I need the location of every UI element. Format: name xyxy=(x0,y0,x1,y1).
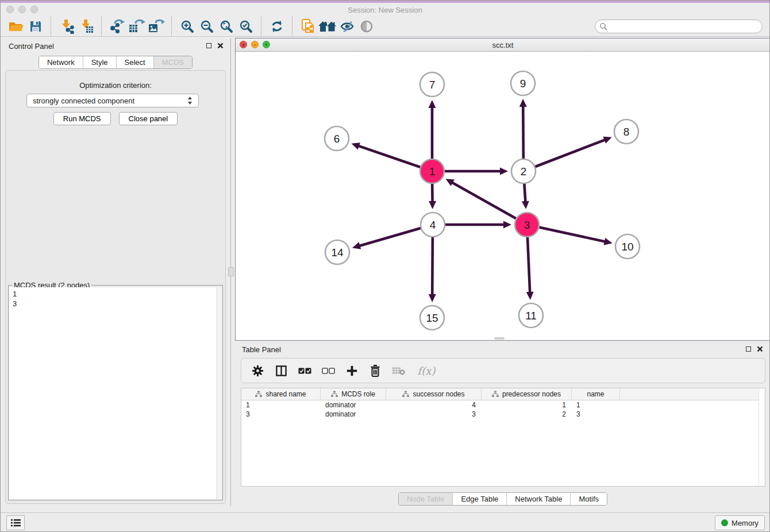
column-header-label: predecessor nodes xyxy=(502,390,561,398)
column-header-predecessor-nodes[interactable]: predecessor nodes xyxy=(482,388,572,400)
table-cell[interactable]: dominator xyxy=(321,410,386,419)
graph-node-label: 7 xyxy=(429,79,436,91)
import-network-button[interactable] xyxy=(57,17,76,36)
toolbar-separator xyxy=(292,17,293,36)
close-panel-icon[interactable] xyxy=(757,346,763,352)
refresh-icon xyxy=(270,20,284,33)
network-view-window: x – + scc.txt 7968124314101511 xyxy=(235,38,770,341)
graph-node-label: 6 xyxy=(334,133,340,145)
hierarchy-icon xyxy=(255,391,262,398)
show-columns-button[interactable] xyxy=(274,364,288,377)
close-panel-icon[interactable] xyxy=(217,43,224,49)
tab-network-table[interactable]: Network Table xyxy=(506,493,570,505)
gear-button[interactable] xyxy=(251,364,264,377)
table-cell[interactable]: 1 xyxy=(482,400,572,410)
table-row[interactable]: 3dominator323 xyxy=(241,410,765,419)
column-header-name[interactable]: name xyxy=(572,388,620,400)
memory-status-icon xyxy=(721,519,728,526)
graph-edge-arrowhead xyxy=(522,201,529,209)
task-history-button[interactable] xyxy=(6,515,25,530)
result-scrollbar[interactable] xyxy=(216,287,222,499)
export-network-button[interactable] xyxy=(107,17,127,36)
main-toolbar xyxy=(1,17,769,37)
mcds-result-line: 3 xyxy=(9,299,222,309)
graph-edge-arrowhead xyxy=(526,292,534,300)
select-all-icon xyxy=(298,367,311,375)
gear-icon xyxy=(252,365,264,377)
table-header-row: shared nameMCDS rolesuccessor nodesprede… xyxy=(241,388,765,400)
export-network-icon xyxy=(109,19,125,34)
search-box xyxy=(595,20,763,33)
column-header-label: MCDS role xyxy=(341,390,375,398)
select-all-button[interactable] xyxy=(298,364,311,377)
add-column-button[interactable] xyxy=(345,364,359,377)
import-table-button[interactable] xyxy=(76,17,96,36)
eye-button[interactable] xyxy=(357,17,376,36)
search-input[interactable] xyxy=(595,20,763,33)
run-mcds-button[interactable]: Run MCDS xyxy=(53,112,111,125)
network-canvas[interactable]: 7968124314101511 xyxy=(236,52,769,340)
table-cell[interactable]: 1 xyxy=(572,400,620,410)
table-cell[interactable]: 3 xyxy=(386,410,482,419)
export-table-button[interactable] xyxy=(127,17,147,36)
hide-panel-button[interactable] xyxy=(337,17,357,36)
home-icon xyxy=(318,20,337,33)
save-session-button[interactable] xyxy=(26,17,45,36)
chevron-up-down-icon xyxy=(187,96,192,105)
table-cell[interactable]: dominator xyxy=(321,400,386,410)
application-window: Session: New Session xyxy=(0,0,770,532)
refresh-button[interactable] xyxy=(267,17,287,36)
toolbar-separator xyxy=(51,17,52,36)
float-panel-icon[interactable] xyxy=(746,346,751,352)
table-cell[interactable]: 3 xyxy=(241,410,321,419)
table-row[interactable]: 1dominator411 xyxy=(241,400,765,410)
tab-mcds[interactable]: MCDS xyxy=(153,56,192,68)
float-panel-icon[interactable] xyxy=(206,43,211,48)
zoom-fit-icon xyxy=(220,20,233,33)
delete-table-icon xyxy=(392,365,406,376)
column-header-MCDS-role[interactable]: MCDS role xyxy=(321,388,386,400)
table-cell[interactable]: 3 xyxy=(572,410,620,419)
open-session-button[interactable] xyxy=(6,17,26,36)
table-toolbar: f(x) xyxy=(241,358,765,383)
tab-edge-table[interactable]: Edge Table xyxy=(452,493,506,505)
window-title: Session: New Session xyxy=(1,6,769,14)
network-window-title: scc.txt xyxy=(236,41,770,49)
deselect-all-button[interactable] xyxy=(321,364,335,377)
tab-motifs[interactable]: Motifs xyxy=(570,493,607,505)
status-bar: Memory xyxy=(1,512,769,531)
tab-network[interactable]: Network xyxy=(39,56,83,68)
tab-style[interactable]: Style xyxy=(83,56,116,68)
home-button[interactable] xyxy=(318,17,337,36)
column-header-successor-nodes[interactable]: successor nodes xyxy=(386,388,482,400)
tab-select[interactable]: Select xyxy=(116,56,153,68)
optimization-criterion-select[interactable]: strongly connected component xyxy=(26,94,199,107)
zoom-in-button[interactable] xyxy=(178,17,197,36)
zoom-selected-button[interactable] xyxy=(236,17,256,36)
close-panel-button[interactable]: Close panel xyxy=(119,112,178,125)
panel-splitter-handle[interactable] xyxy=(228,267,234,276)
table-cell[interactable]: 1 xyxy=(241,400,321,410)
mcds-buttons-row: Run MCDS Close panel xyxy=(6,112,225,125)
duplicate-network-button[interactable] xyxy=(298,17,318,36)
column-header-label: shared name xyxy=(265,390,306,398)
zoom-out-button[interactable] xyxy=(197,17,217,36)
export-table-icon xyxy=(128,19,145,34)
zoom-in-icon xyxy=(180,20,194,33)
table-cell[interactable]: 4 xyxy=(386,400,482,410)
graph-edge-2-8[interactable] xyxy=(523,140,606,171)
export-image-button[interactable] xyxy=(147,17,166,36)
delete-table-button[interactable] xyxy=(392,364,406,377)
delete-column-button[interactable] xyxy=(368,364,382,377)
hierarchy-icon xyxy=(492,391,499,398)
zoom-fit-button[interactable] xyxy=(217,17,236,36)
network-horizontal-scrollbar[interactable] xyxy=(494,337,505,340)
table-scrollbar[interactable] xyxy=(759,388,765,486)
memory-button[interactable]: Memory xyxy=(715,515,765,530)
tab-node-table[interactable]: Node Table xyxy=(399,493,453,505)
table-cell[interactable]: 2 xyxy=(482,410,572,419)
function-builder-button[interactable]: f(x) xyxy=(415,364,437,377)
graph-edge-3-1[interactable] xyxy=(452,182,527,225)
column-header-shared-name[interactable]: shared name xyxy=(241,388,321,400)
save-session-icon xyxy=(29,20,42,33)
